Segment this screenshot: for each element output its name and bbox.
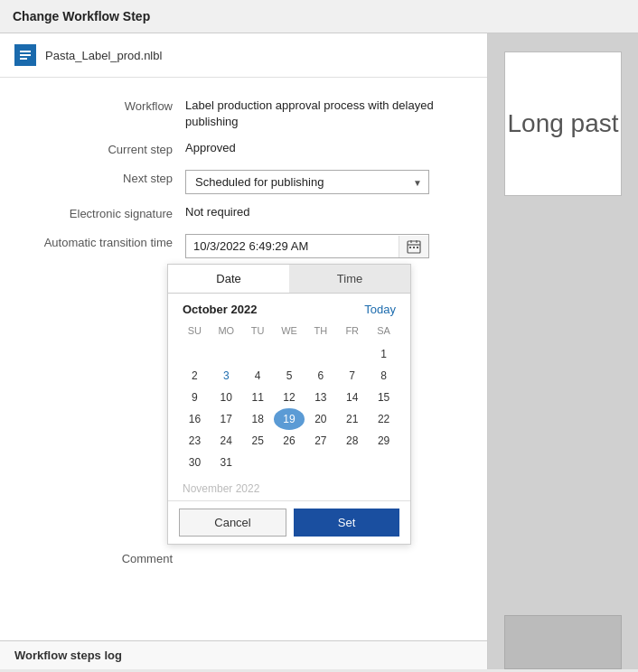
comment-row: Comment [0, 545, 487, 571]
current-step-value: Approved [185, 141, 469, 154]
cal-day-3[interactable]: 3 [211, 365, 242, 387]
weekday-sa: SA [368, 322, 399, 340]
weekday-mo: MO [211, 322, 242, 340]
svg-rect-1 [20, 51, 31, 52]
cal-day-31[interactable]: 31 [211, 452, 242, 473]
calendar-tabs: Date Time [168, 265, 410, 294]
title-bar: Change Workflow Step [0, 0, 638, 33]
calendar-grid: SU MO TU WE TH FR SA [168, 322, 410, 481]
comment-label: Comment [18, 550, 185, 565]
tab-time[interactable]: Time [289, 265, 410, 293]
cal-day-19[interactable]: 19 [274, 408, 305, 430]
right-panel-text: Long past [508, 109, 619, 138]
svg-rect-8 [409, 247, 411, 248]
electronic-signature-label: Electronic signature [18, 205, 185, 220]
cal-day-7[interactable]: 7 [336, 365, 368, 387]
cal-day-5[interactable]: 5 [274, 365, 305, 387]
cal-day-20[interactable]: 20 [305, 408, 336, 430]
cal-day-24[interactable]: 24 [211, 430, 242, 452]
cal-day-17[interactable]: 17 [211, 408, 242, 430]
weekday-su: SU [179, 322, 211, 340]
right-panel-bottom-box [504, 615, 622, 669]
weekday-fr: FR [336, 322, 368, 340]
cal-day-empty-3 [242, 343, 274, 365]
cal-day-30[interactable]: 30 [179, 452, 211, 473]
bottom-bar: Workflow steps log [0, 640, 487, 669]
workflow-row: Workflow Label production approval proce… [0, 92, 487, 135]
cal-day-13[interactable]: 13 [305, 387, 336, 408]
calendar-footer: Cancel Set [168, 500, 410, 544]
today-link[interactable]: Today [364, 303, 396, 316]
cal-day-25[interactable]: 25 [242, 430, 274, 452]
calendar-icon [407, 239, 421, 254]
file-icon [14, 44, 36, 66]
cal-day-empty-5 [305, 343, 336, 365]
cal-day-10[interactable]: 10 [211, 387, 242, 408]
cancel-button[interactable]: Cancel [179, 509, 286, 537]
cal-day-empty-1 [179, 343, 211, 365]
automatic-transition-value [185, 234, 469, 258]
cal-day-8[interactable]: 8 [368, 365, 399, 387]
cal-day-14[interactable]: 14 [336, 387, 368, 408]
workflow-value: Label production approval process with d… [185, 98, 469, 130]
cal-day-29[interactable]: 29 [368, 430, 399, 452]
cal-day-1[interactable]: 1 [368, 343, 399, 365]
form-body: Workflow Label production approval proce… [0, 78, 487, 640]
calendar-header: October 2022 Today [168, 294, 410, 322]
next-step-select-wrapper[interactable]: Scheduled for publishing Published Rejec… [185, 170, 429, 194]
cal-day-15[interactable]: 15 [368, 387, 399, 408]
workflow-steps-log-label: Workflow steps log [14, 649, 122, 662]
cal-day-21[interactable]: 21 [336, 408, 368, 430]
right-panel-preview: Long past [504, 51, 622, 196]
file-name: Pasta_Label_prod.nlbl [45, 49, 162, 62]
right-panel: Long past [488, 33, 638, 669]
calendar-popup: Date Time October 2022 Today SU MO TU WE… [167, 264, 411, 545]
cal-day-11[interactable]: 11 [242, 387, 274, 408]
cal-day-4[interactable]: 4 [242, 365, 274, 387]
calendar-days: 1 2 3 4 5 6 7 8 9 10 11 12 13 [179, 343, 399, 473]
workflow-label: Workflow [18, 98, 185, 113]
datetime-input-wrapper[interactable] [185, 234, 429, 258]
weekday-th: TH [305, 322, 336, 340]
current-step-row: Current step Approved [0, 135, 487, 164]
cal-day-12[interactable]: 12 [274, 387, 305, 408]
cal-day-16[interactable]: 16 [179, 408, 211, 430]
tab-date[interactable]: Date [168, 265, 289, 293]
calendar-month-title: October 2022 [183, 303, 257, 316]
automatic-transition-row: Automatic transition time [0, 229, 487, 264]
cal-day-6[interactable]: 6 [305, 365, 336, 387]
svg-rect-3 [20, 58, 27, 60]
cal-day-empty-4 [274, 343, 305, 365]
cal-day-9[interactable]: 9 [179, 387, 211, 408]
weekday-we: WE [274, 322, 305, 340]
cal-day-18[interactable]: 18 [242, 408, 274, 430]
next-step-row: Next step Scheduled for publishing Publi… [0, 164, 487, 200]
cal-day-2[interactable]: 2 [179, 365, 211, 387]
svg-rect-9 [413, 247, 415, 248]
cal-day-22[interactable]: 22 [368, 408, 399, 430]
title-text: Change Workflow Step [13, 9, 150, 23]
datetime-input[interactable] [186, 235, 399, 257]
electronic-signature-value: Not required [185, 205, 469, 219]
set-button[interactable]: Set [294, 509, 399, 537]
svg-rect-2 [20, 54, 31, 56]
automatic-transition-label: Automatic transition time [18, 234, 185, 249]
calendar-weekdays: SU MO TU WE TH FR SA [179, 322, 399, 340]
cal-day-27[interactable]: 27 [305, 430, 336, 452]
cal-day-26[interactable]: 26 [274, 430, 305, 452]
cal-day-23[interactable]: 23 [179, 430, 211, 452]
current-step-label: Current step [18, 141, 185, 156]
next-step-value: Scheduled for publishing Published Rejec… [185, 170, 469, 194]
cal-day-empty-2 [211, 343, 242, 365]
cal-day-empty-6 [336, 343, 368, 365]
electronic-signature-row: Electronic signature Not required [0, 200, 487, 229]
file-header: Pasta_Label_prod.nlbl [0, 33, 487, 78]
cal-day-28[interactable]: 28 [336, 430, 368, 452]
svg-rect-10 [417, 247, 418, 248]
next-month-label: November 2022 [168, 481, 410, 500]
next-step-select[interactable]: Scheduled for publishing Published Rejec… [185, 170, 429, 194]
weekday-tu: TU [242, 322, 274, 340]
calendar-icon-button[interactable] [399, 236, 428, 257]
next-step-label: Next step [18, 170, 185, 185]
